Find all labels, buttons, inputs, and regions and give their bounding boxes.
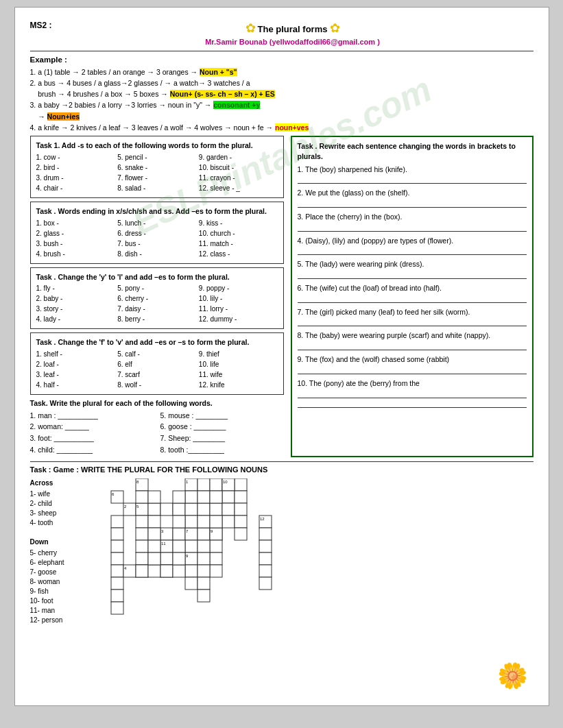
svg-rect-32 bbox=[136, 553, 148, 565]
down-item8: 8- woman bbox=[30, 577, 85, 587]
example-text: 1. a (1) table → 2 tables / an orange → … bbox=[30, 66, 534, 134]
svg-rect-58 bbox=[160, 553, 173, 565]
svg-rect-50 bbox=[222, 515, 235, 528]
svg-rect-85 bbox=[197, 515, 210, 528]
task1-item8: 8. salad - bbox=[117, 184, 196, 193]
task1-item7: 7. flower - bbox=[117, 173, 196, 183]
across-label: Across bbox=[30, 478, 85, 488]
task2-item2: 2. glass - bbox=[36, 229, 115, 239]
author-line: Mr.Samir Bounab (yellwodaffodil66@gmail.… bbox=[52, 37, 534, 47]
down-item12: 12- person bbox=[30, 616, 85, 625]
svg-rect-94 bbox=[235, 503, 247, 515]
task2-item9: 9. kiss - bbox=[199, 219, 278, 228]
svg-rect-44 bbox=[185, 565, 197, 577]
task2-item10: 10. church - bbox=[199, 229, 278, 239]
example-section: Example : 1. a (1) table → 2 tables / an… bbox=[30, 54, 534, 134]
svg-rect-78 bbox=[148, 540, 160, 553]
task3-item3: 3. story - bbox=[36, 304, 115, 314]
plural-item8: 8. tooth :_________ bbox=[160, 445, 284, 455]
task2-box: Task . Words ending in x/s/ch/sh and ss.… bbox=[30, 202, 284, 264]
svg-rect-18 bbox=[111, 515, 123, 528]
svg-rect-65 bbox=[259, 565, 272, 577]
svg-rect-69 bbox=[136, 565, 148, 577]
task3-item2: 2. baby - bbox=[36, 294, 115, 304]
svg-rect-76 bbox=[148, 515, 160, 528]
svg-rect-23 bbox=[111, 577, 123, 590]
task3-title: Task . Change the 'y' to 'l' and add –es… bbox=[36, 272, 278, 282]
task1-item10: 10. biscuit - bbox=[199, 163, 278, 173]
svg-rect-92 bbox=[210, 515, 222, 528]
svg-rect-36 bbox=[173, 528, 185, 540]
across-item1: 1- wife bbox=[30, 489, 85, 499]
plural-item7: 7. Sheep: ________ bbox=[160, 433, 284, 444]
task-plural-title: Task. Write the plural for each of the f… bbox=[30, 398, 284, 409]
down-item10: 10- foot bbox=[30, 596, 85, 606]
task4-box: Task . Change the 'f' to 'v' and add –es… bbox=[30, 332, 284, 395]
svg-rect-90 bbox=[197, 590, 210, 602]
down-item9: 9- fish bbox=[30, 587, 85, 596]
task1-item9: 9. garden - bbox=[199, 153, 278, 162]
plural-item3: 3. foot: __________ bbox=[30, 433, 154, 444]
task1-box: Task 1. Add -s to each of the following … bbox=[30, 136, 284, 198]
task4-item7: 7. scarf bbox=[117, 370, 196, 380]
rewrite-item4: 4. (Daisy), (lily) and (poppy) are types… bbox=[298, 236, 527, 256]
svg-rect-11 bbox=[160, 503, 173, 515]
svg-rect-55 bbox=[210, 565, 222, 577]
task1-item12: 12. sleeve - _ bbox=[199, 184, 278, 193]
task4-grid: 1. shelf - 5. calf - 9. thief 2. loaf - … bbox=[36, 350, 278, 390]
task3-grid: 1. fly - 5. pony - 9. poppy - 2. baby - … bbox=[36, 284, 278, 324]
task4-item10: 10. life bbox=[199, 360, 278, 369]
svg-rect-89 bbox=[197, 577, 210, 590]
svg-rect-84 bbox=[197, 491, 210, 503]
svg-rect-70 bbox=[148, 565, 160, 577]
flower-bottom-icon: 🌼 bbox=[497, 659, 528, 693]
svg-rect-31 bbox=[136, 540, 148, 553]
svg-rect-48 bbox=[222, 491, 235, 503]
rewrite-item7: 7. The (girl) picked many (leaf) to feed… bbox=[298, 307, 527, 327]
svg-rect-91 bbox=[210, 491, 222, 503]
task1-item11: 11. crayon - bbox=[199, 173, 278, 183]
task1-item4: 4. chair - bbox=[36, 184, 115, 193]
svg-rect-73 bbox=[185, 491, 197, 503]
rewrite-item2: 2. We put the (glass) on the (shelf). bbox=[298, 188, 527, 208]
svg-rect-63 bbox=[259, 540, 272, 553]
rewrite-item6: 6. The (wife) cut the (loaf) of bread in… bbox=[298, 283, 527, 303]
plural-item6: 6. goose : ________ bbox=[160, 422, 284, 432]
svg-rect-39 bbox=[197, 528, 210, 540]
rewrite-item9: 9. The (fox) and the (wolf) chased some … bbox=[298, 354, 527, 374]
svg-text:11: 11 bbox=[161, 542, 166, 546]
svg-rect-79 bbox=[148, 553, 160, 565]
svg-rect-54 bbox=[210, 553, 222, 565]
task3-item5: 5. pony - bbox=[117, 284, 196, 293]
task2-item11: 11. match - bbox=[199, 239, 278, 249]
task2-item1: 1. box - bbox=[36, 219, 115, 228]
svg-rect-29 bbox=[136, 515, 148, 528]
svg-rect-30 bbox=[136, 528, 148, 540]
task1-item5: 5. pencil - bbox=[117, 153, 196, 162]
flower-icon-right: ✿ bbox=[330, 21, 340, 35]
task3-item1: 1. fly - bbox=[36, 284, 115, 293]
svg-rect-77 bbox=[148, 528, 160, 540]
task4-title: Task . Change the 'f' to 'v' and add –es… bbox=[36, 337, 278, 348]
svg-rect-88 bbox=[197, 565, 210, 577]
across-item3: 3- sheep bbox=[30, 509, 85, 518]
task1-item1: 1. cow - bbox=[36, 153, 115, 162]
task4-item8: 8. wolf - bbox=[117, 380, 196, 390]
task4-item2: 2. loaf - bbox=[36, 360, 115, 369]
svg-rect-12 bbox=[173, 503, 185, 515]
svg-rect-45 bbox=[185, 577, 197, 590]
game-clues: Across 1- wife 2- child 3- sheep 4- toot… bbox=[30, 478, 85, 629]
task2-item12: 12. class - bbox=[199, 250, 278, 259]
rewrite-item10: 10. The (pony) ate the (berry) from the bbox=[298, 378, 527, 408]
svg-rect-14 bbox=[197, 503, 210, 515]
svg-text:12: 12 bbox=[260, 517, 265, 521]
task2-item7: 7. bus - bbox=[117, 239, 196, 249]
task1-grid: 1. cow - 5. pencil - 9. garden - 2. bird… bbox=[36, 153, 278, 193]
game-section: Task : Game : WRITE THE PLURAL FOR THE F… bbox=[30, 461, 534, 629]
rewrite-task-title: Task . Rewrite each sentence changing th… bbox=[298, 141, 527, 161]
task2-item6: 6. dress - bbox=[117, 229, 196, 239]
game-content: Across 1- wife 2- child 3- sheep 4- toot… bbox=[30, 478, 534, 629]
task3-item12: 12. dummy - bbox=[199, 315, 278, 324]
task2-item4: 4. brush - bbox=[36, 250, 115, 259]
svg-rect-53 bbox=[210, 540, 222, 553]
